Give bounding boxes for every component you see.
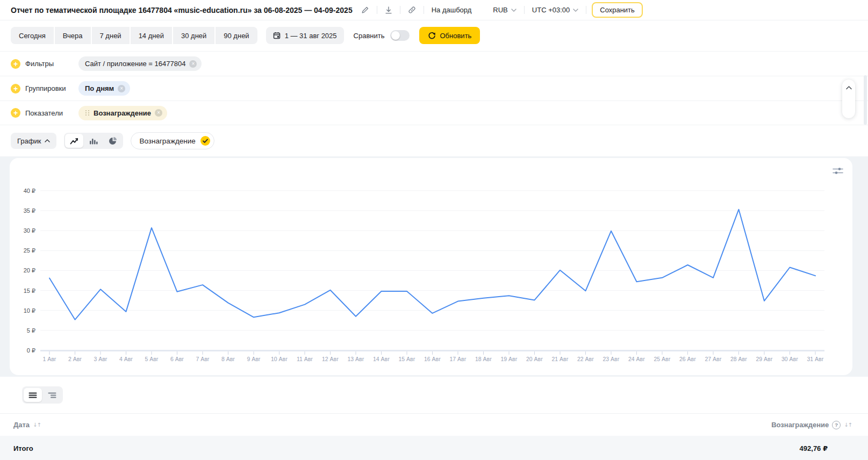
- drag-handle-icon[interactable]: [85, 110, 90, 116]
- svg-text:1 Авг: 1 Авг: [42, 356, 56, 362]
- link-icon: [408, 6, 416, 14]
- filters-label: Фильтры: [25, 60, 54, 68]
- svg-text:22 Авг: 22 Авг: [577, 356, 594, 362]
- chevron-up-icon: [846, 86, 852, 90]
- groupings-label: Группировки: [25, 84, 66, 92]
- range-button-1[interactable]: Сегодня: [11, 27, 54, 44]
- add-metric-button[interactable]: +: [11, 108, 20, 118]
- sort-icon[interactable]: ↓↑: [33, 422, 41, 428]
- compare-toggle[interactable]: [390, 30, 410, 41]
- groupings-chips: По дням×: [78, 81, 130, 96]
- total-row: Итого 492,76 ₽: [0, 436, 868, 460]
- svg-text:20 Авг: 20 Авг: [526, 356, 543, 362]
- svg-text:5 ₽: 5 ₽: [27, 327, 35, 334]
- refresh-button[interactable]: Обновить: [419, 27, 480, 44]
- metric-column-header[interactable]: Вознаграждение: [771, 421, 829, 429]
- range-button-2[interactable]: Вчера: [55, 27, 91, 44]
- svg-text:3 Авг: 3 Авг: [94, 356, 107, 362]
- metrics-row: + Показатели Вознаграждение×: [0, 101, 868, 125]
- svg-text:24 Авг: 24 Авг: [628, 356, 645, 362]
- timezone-select[interactable]: UTC +03:00: [530, 5, 580, 15]
- divider: [377, 6, 377, 14]
- flat-table-tab[interactable]: [24, 388, 42, 402]
- help-icon[interactable]: ?: [832, 421, 841, 429]
- svg-text:19 Авг: 19 Авг: [500, 356, 517, 362]
- add-grouping-button[interactable]: +: [11, 84, 20, 94]
- chart-settings-button[interactable]: [831, 166, 845, 176]
- graph-view-button[interactable]: График: [11, 133, 56, 149]
- line-chart-icon: [70, 137, 78, 145]
- bar-chart-tab[interactable]: [84, 134, 103, 148]
- remove-chip-icon[interactable]: ×: [189, 60, 197, 68]
- divider: [400, 6, 400, 14]
- groupings-row: + Группировки По дням×: [0, 76, 868, 101]
- range-button-6[interactable]: 90 дней: [216, 27, 257, 44]
- svg-text:25 Авг: 25 Авг: [654, 356, 670, 362]
- download-report-button[interactable]: [383, 5, 394, 15]
- sliders-icon: [833, 167, 843, 175]
- pencil-icon: [361, 6, 369, 14]
- filters-row: + Фильтры Сайт / приложение = 16477804×: [0, 52, 868, 76]
- copy-link-button[interactable]: [406, 5, 418, 15]
- svg-text:27 Авг: 27 Авг: [705, 356, 721, 362]
- edit-title-button[interactable]: [359, 5, 371, 15]
- svg-text:25 ₽: 25 ₽: [24, 247, 35, 254]
- divider: [524, 6, 525, 14]
- svg-text:15 ₽: 15 ₽: [24, 288, 35, 294]
- svg-text:7 Авг: 7 Авг: [196, 356, 209, 362]
- chart-card: 0 ₽5 ₽10 ₽15 ₽20 ₽25 ₽30 ₽35 ₽40 ₽1 Авг2…: [10, 158, 852, 375]
- date-column-header[interactable]: Дата: [13, 421, 30, 429]
- range-button-5[interactable]: 30 дней: [173, 27, 214, 44]
- chart-type-switcher: [64, 133, 123, 149]
- chevron-down-icon: [511, 9, 517, 12]
- report-settings: + Фильтры Сайт / приложение = 16477804× …: [0, 51, 868, 125]
- svg-text:35 ₽: 35 ₽: [24, 207, 35, 214]
- compare-label: Сравнить: [354, 32, 385, 40]
- metrics-label: Показатели: [25, 109, 63, 117]
- metric-selector[interactable]: Вознаграждение: [131, 132, 214, 149]
- divider: [586, 6, 586, 14]
- collapse-settings-button[interactable]: [842, 80, 855, 118]
- svg-text:29 Авг: 29 Авг: [756, 356, 772, 362]
- pie-chart-icon: [109, 136, 117, 145]
- svg-text:40 ₽: 40 ₽: [24, 188, 35, 194]
- svg-text:0 ₽: 0 ₽: [27, 347, 35, 354]
- svg-text:28 Авг: 28 Авг: [730, 356, 747, 362]
- chip-фильтры[interactable]: Сайт / приложение = 16477804×: [78, 56, 202, 71]
- table-header-row: Дата ↓↑ Вознаграждение ? ↓↑: [0, 413, 868, 436]
- total-value: 492,76 ₽: [800, 444, 828, 452]
- filters-chips: Сайт / приложение = 16477804×: [78, 56, 202, 71]
- range-button-4[interactable]: 14 дней: [131, 27, 172, 44]
- range-button-3[interactable]: 7 дней: [92, 27, 130, 44]
- tree-table-tab[interactable]: [43, 388, 61, 402]
- svg-text:5 Авг: 5 Авг: [145, 356, 158, 362]
- scrollbar[interactable]: [864, 75, 867, 125]
- svg-text:13 Авг: 13 Авг: [347, 356, 364, 362]
- save-button[interactable]: Сохранить: [592, 2, 643, 18]
- refresh-icon: [428, 32, 436, 40]
- date-range-picker[interactable]: 1 — 31 авг 2025: [266, 27, 344, 44]
- svg-text:30 Авг: 30 Авг: [781, 356, 798, 362]
- chip-группировки[interactable]: По дням×: [78, 81, 130, 96]
- bar-chart-icon: [89, 137, 98, 145]
- pie-chart-tab[interactable]: [104, 134, 122, 148]
- remove-chip-icon[interactable]: ×: [118, 85, 125, 92]
- chevron-up-icon: [45, 139, 50, 142]
- svg-text:4 Авг: 4 Авг: [119, 356, 133, 362]
- add-filter-button[interactable]: +: [11, 59, 20, 69]
- chevron-down-icon: [573, 9, 578, 12]
- svg-text:16 Авг: 16 Авг: [424, 356, 441, 362]
- svg-text:10 ₽: 10 ₽: [24, 307, 35, 314]
- to-dashboard-button[interactable]: На дашборд: [429, 5, 474, 15]
- svg-text:14 Авг: 14 Авг: [373, 356, 390, 362]
- divider: [424, 6, 424, 14]
- chip-показатели[interactable]: Вознаграждение×: [78, 106, 167, 120]
- currency-select[interactable]: RUB: [491, 5, 518, 15]
- remove-chip-icon[interactable]: ×: [155, 109, 162, 117]
- svg-text:23 Авг: 23 Авг: [602, 356, 619, 362]
- svg-text:11 Авг: 11 Авг: [297, 356, 313, 362]
- line-chart-tab[interactable]: [65, 134, 83, 148]
- total-label: Итого: [13, 444, 33, 452]
- svg-text:8 Авг: 8 Авг: [221, 356, 235, 362]
- sort-icon[interactable]: ↓↑: [844, 422, 852, 428]
